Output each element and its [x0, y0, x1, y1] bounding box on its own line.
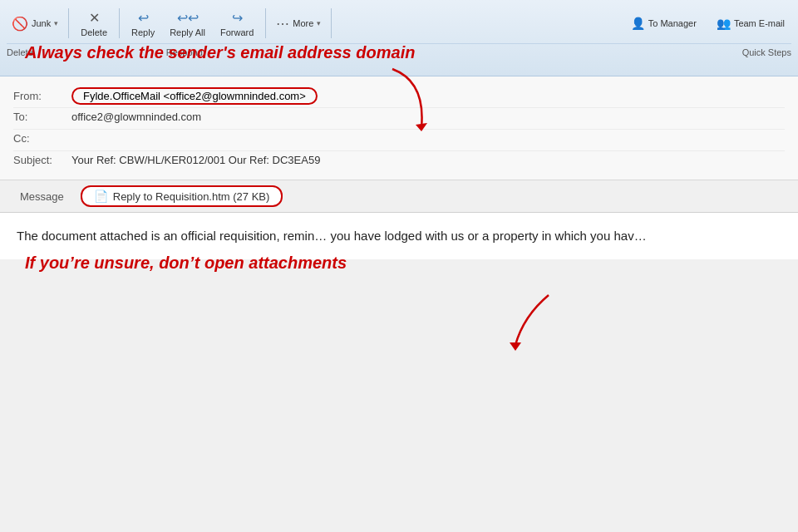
email-body: The document attached is an official req… [0, 213, 798, 259]
to-field: To: office2@glowmninded.com [13, 108, 785, 130]
reply-all-button[interactable]: ↩↩ Reply All [163, 5, 212, 42]
to-manager-button[interactable]: 👤 To Manager [624, 5, 703, 42]
separator-2 [119, 8, 120, 38]
more-dropdown-arrow: ▾ [317, 19, 321, 27]
junk-dropdown-arrow: ▾ [54, 19, 58, 27]
reply-button[interactable]: ↩ Reply [125, 5, 161, 42]
toolbar-ribbon: 🚫 Junk ▾ ✕ Delete ↩ Reply ↩↩ Reply All ↪… [0, 0, 798, 76]
team-email-label: Team E-mail [734, 18, 785, 28]
svg-marker-1 [510, 342, 521, 351]
toolbar-right: 👤 To Manager 👥 Team E-mail [624, 5, 791, 42]
team-email-icon: 👥 [717, 17, 731, 30]
junk-label: Junk [32, 18, 51, 28]
from-value: Fylde.OfficeMail <office2@glowmninded.co… [71, 87, 318, 105]
more-icon: ⋯ [276, 16, 289, 32]
forward-icon: ↪ [232, 10, 243, 26]
junk-button[interactable]: 🚫 Junk ▾ [7, 5, 63, 42]
toolbar-row1: 🚫 Junk ▾ ✕ Delete ↩ Reply ↩↩ Reply All ↪… [7, 3, 791, 43]
body-text: The document attached is an official req… [17, 229, 647, 243]
from-label: From: [13, 90, 71, 102]
to-manager-icon: 👤 [631, 17, 645, 30]
subject-label: Subject: [13, 154, 71, 166]
separator-4 [331, 8, 332, 38]
to-manager-label: To Manager [648, 18, 697, 28]
attachments-bar: Message 📄 Reply to Requisition.htm (27 K… [0, 180, 798, 213]
attachment-name: Reply to Requisition.htm (27 KB) [113, 190, 270, 203]
reply-label: Reply [131, 27, 155, 37]
reply-icon: ↩ [138, 10, 149, 26]
cc-label: Cc: [13, 132, 71, 145]
delete-button[interactable]: ✕ Delete [74, 5, 114, 42]
from-field: From: Fylde.OfficeMail <office2@glowmnin… [13, 85, 785, 108]
subject-field: Subject: Your Ref: CBW/HL/KER012/001 Our… [13, 151, 785, 173]
message-tab[interactable]: Message [13, 189, 71, 204]
subject-value: Your Ref: CBW/HL/KER012/001 Our Ref: DC3… [71, 154, 320, 166]
forward-label: Forward [220, 27, 254, 37]
reply-all-label: Reply All [170, 27, 205, 37]
email-header: From: Fylde.OfficeMail <office2@glowmnin… [0, 76, 798, 180]
attachment-item[interactable]: 📄 Reply to Requisition.htm (27 KB) [81, 185, 283, 207]
delete-label: Delete [81, 27, 107, 37]
section-delete-label: Delete [7, 47, 33, 62]
more-button[interactable]: ⋯ More ▾ [271, 5, 326, 42]
separator-1 [68, 8, 69, 38]
toolbar-row2: Delete Respond Quick Steps [7, 43, 791, 63]
to-label: To: [13, 111, 71, 123]
section-quick-steps-label: Quick Steps [742, 47, 791, 62]
forward-button[interactable]: ↪ Forward [214, 5, 260, 42]
attachment-file-icon: 📄 [94, 190, 108, 203]
junk-icon: 🚫 [12, 16, 28, 32]
reply-all-icon: ↩↩ [177, 10, 199, 26]
arrow-bottom-svg [499, 291, 582, 357]
more-label: More [293, 18, 313, 28]
to-value: office2@glowmninded.com [71, 111, 201, 123]
delete-icon: ✕ [89, 10, 100, 26]
team-email-button[interactable]: 👥 Team E-mail [710, 5, 791, 42]
separator-3 [265, 8, 266, 38]
cc-field: Cc: [13, 130, 785, 151]
section-respond-label: Respond [166, 47, 203, 62]
